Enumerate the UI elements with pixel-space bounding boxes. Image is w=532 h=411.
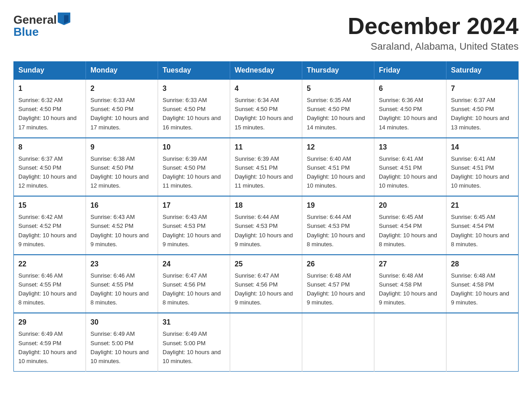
day-number: 21	[451, 200, 514, 211]
day-number: 3	[163, 83, 225, 94]
calendar-cell: 24 Sunrise: 6:47 AMSunset: 4:56 PMDaylig…	[158, 255, 230, 313]
calendar-cell	[302, 313, 374, 371]
weekday-header-row: SundayMondayTuesdayWednesdayThursdayFrid…	[14, 62, 519, 80]
day-info: Sunrise: 6:33 AMSunset: 4:50 PMDaylight:…	[90, 97, 149, 130]
calendar-cell: 10 Sunrise: 6:39 AMSunset: 4:50 PMDaylig…	[158, 138, 230, 197]
calendar-cell: 14 Sunrise: 6:41 AMSunset: 4:51 PMDaylig…	[446, 138, 519, 197]
day-number: 6	[379, 83, 442, 94]
day-info: Sunrise: 6:35 AMSunset: 4:50 PMDaylight:…	[307, 97, 365, 130]
day-info: Sunrise: 6:39 AMSunset: 4:51 PMDaylight:…	[235, 155, 293, 189]
day-info: Sunrise: 6:46 AMSunset: 4:55 PMDaylight:…	[18, 272, 77, 306]
day-info: Sunrise: 6:37 AMSunset: 4:50 PMDaylight:…	[451, 97, 509, 130]
logo: General Blue	[13, 13, 70, 38]
calendar-cell	[230, 313, 302, 371]
day-number: 10	[163, 142, 225, 153]
day-info: Sunrise: 6:48 AMSunset: 4:58 PMDaylight:…	[451, 272, 509, 306]
calendar-cell: 6 Sunrise: 6:36 AMSunset: 4:50 PMDayligh…	[374, 79, 446, 138]
day-number: 11	[235, 142, 297, 153]
calendar-cell: 5 Sunrise: 6:35 AMSunset: 4:50 PMDayligh…	[302, 79, 374, 138]
day-info: Sunrise: 6:41 AMSunset: 4:51 PMDaylight:…	[451, 155, 509, 189]
day-number: 23	[90, 259, 153, 270]
day-number: 9	[90, 142, 153, 153]
day-info: Sunrise: 6:45 AMSunset: 4:54 PMDaylight:…	[451, 214, 509, 247]
day-info: Sunrise: 6:49 AMSunset: 5:00 PMDaylight:…	[163, 330, 221, 364]
calendar-cell: 21 Sunrise: 6:45 AMSunset: 4:54 PMDaylig…	[446, 196, 519, 255]
day-info: Sunrise: 6:39 AMSunset: 4:50 PMDaylight:…	[163, 155, 221, 189]
month-title: December 2024	[348, 13, 519, 39]
day-info: Sunrise: 6:48 AMSunset: 4:58 PMDaylight:…	[379, 272, 437, 306]
day-number: 2	[90, 83, 153, 94]
day-number: 1	[18, 83, 81, 94]
calendar-cell: 4 Sunrise: 6:34 AMSunset: 4:50 PMDayligh…	[230, 79, 302, 138]
calendar-cell	[374, 313, 446, 371]
day-number: 7	[451, 83, 514, 94]
day-info: Sunrise: 6:32 AMSunset: 4:50 PMDaylight:…	[18, 97, 77, 130]
location-text: Saraland, Alabama, United States	[348, 41, 519, 52]
weekday-header-thursday: Thursday	[302, 62, 374, 80]
day-info: Sunrise: 6:36 AMSunset: 4:50 PMDaylight:…	[379, 97, 437, 130]
day-number: 22	[18, 259, 81, 270]
logo-icon	[58, 13, 70, 25]
calendar-week-row: 22 Sunrise: 6:46 AMSunset: 4:55 PMDaylig…	[14, 255, 519, 313]
day-info: Sunrise: 6:42 AMSunset: 4:52 PMDaylight:…	[18, 214, 77, 247]
day-info: Sunrise: 6:44 AMSunset: 4:53 PMDaylight:…	[307, 214, 365, 247]
day-info: Sunrise: 6:43 AMSunset: 4:53 PMDaylight:…	[163, 214, 221, 247]
weekday-header-tuesday: Tuesday	[158, 62, 230, 80]
day-info: Sunrise: 6:49 AMSunset: 5:00 PMDaylight:…	[90, 330, 149, 364]
day-info: Sunrise: 6:40 AMSunset: 4:51 PMDaylight:…	[307, 155, 365, 189]
calendar-week-row: 8 Sunrise: 6:37 AMSunset: 4:50 PMDayligh…	[14, 138, 519, 197]
weekday-header-saturday: Saturday	[446, 62, 519, 80]
day-info: Sunrise: 6:44 AMSunset: 4:53 PMDaylight:…	[235, 214, 293, 247]
day-info: Sunrise: 6:47 AMSunset: 4:56 PMDaylight:…	[235, 272, 293, 306]
title-block: December 2024 Saraland, Alabama, United …	[348, 13, 519, 52]
day-number: 14	[451, 142, 514, 153]
calendar-cell: 28 Sunrise: 6:48 AMSunset: 4:58 PMDaylig…	[446, 255, 519, 313]
day-number: 19	[307, 200, 369, 211]
calendar-cell: 29 Sunrise: 6:49 AMSunset: 4:59 PMDaylig…	[14, 313, 86, 371]
page-header: General Blue December 2024 Saraland, Ala…	[13, 13, 519, 52]
day-number: 4	[235, 83, 297, 94]
calendar-cell: 3 Sunrise: 6:33 AMSunset: 4:50 PMDayligh…	[158, 79, 230, 138]
calendar-cell: 7 Sunrise: 6:37 AMSunset: 4:50 PMDayligh…	[446, 79, 519, 138]
calendar-cell: 30 Sunrise: 6:49 AMSunset: 5:00 PMDaylig…	[86, 313, 158, 371]
day-info: Sunrise: 6:34 AMSunset: 4:50 PMDaylight:…	[235, 97, 293, 130]
calendar-cell	[446, 313, 519, 371]
day-info: Sunrise: 6:37 AMSunset: 4:50 PMDaylight:…	[18, 155, 77, 189]
weekday-header-wednesday: Wednesday	[230, 62, 302, 80]
day-number: 24	[163, 259, 225, 270]
day-number: 28	[451, 259, 514, 270]
calendar-cell: 17 Sunrise: 6:43 AMSunset: 4:53 PMDaylig…	[158, 196, 230, 255]
calendar-cell: 1 Sunrise: 6:32 AMSunset: 4:50 PMDayligh…	[14, 79, 86, 138]
day-number: 26	[307, 259, 369, 270]
weekday-header-friday: Friday	[374, 62, 446, 80]
day-info: Sunrise: 6:38 AMSunset: 4:50 PMDaylight:…	[90, 155, 149, 189]
calendar-cell: 19 Sunrise: 6:44 AMSunset: 4:53 PMDaylig…	[302, 196, 374, 255]
calendar-cell: 16 Sunrise: 6:43 AMSunset: 4:52 PMDaylig…	[86, 196, 158, 255]
calendar-cell: 13 Sunrise: 6:41 AMSunset: 4:51 PMDaylig…	[374, 138, 446, 197]
calendar-cell: 11 Sunrise: 6:39 AMSunset: 4:51 PMDaylig…	[230, 138, 302, 197]
day-number: 8	[18, 142, 81, 153]
day-number: 12	[307, 142, 369, 153]
calendar-week-row: 15 Sunrise: 6:42 AMSunset: 4:52 PMDaylig…	[14, 196, 519, 255]
calendar-cell: 20 Sunrise: 6:45 AMSunset: 4:54 PMDaylig…	[374, 196, 446, 255]
weekday-header-monday: Monday	[86, 62, 158, 80]
calendar-cell: 25 Sunrise: 6:47 AMSunset: 4:56 PMDaylig…	[230, 255, 302, 313]
calendar-cell: 31 Sunrise: 6:49 AMSunset: 5:00 PMDaylig…	[158, 313, 230, 371]
day-number: 18	[235, 200, 297, 211]
logo-blue-text: Blue	[13, 26, 70, 39]
calendar-cell: 15 Sunrise: 6:42 AMSunset: 4:52 PMDaylig…	[14, 196, 86, 255]
calendar-cell: 8 Sunrise: 6:37 AMSunset: 4:50 PMDayligh…	[14, 138, 86, 197]
day-number: 16	[90, 200, 153, 211]
calendar-cell: 26 Sunrise: 6:48 AMSunset: 4:57 PMDaylig…	[302, 255, 374, 313]
logo-general-text: General	[13, 13, 57, 26]
day-number: 25	[235, 259, 297, 270]
calendar-cell: 9 Sunrise: 6:38 AMSunset: 4:50 PMDayligh…	[86, 138, 158, 197]
day-info: Sunrise: 6:33 AMSunset: 4:50 PMDaylight:…	[163, 97, 221, 130]
calendar-cell: 18 Sunrise: 6:44 AMSunset: 4:53 PMDaylig…	[230, 196, 302, 255]
calendar-cell: 12 Sunrise: 6:40 AMSunset: 4:51 PMDaylig…	[302, 138, 374, 197]
day-number: 15	[18, 200, 81, 211]
day-info: Sunrise: 6:41 AMSunset: 4:51 PMDaylight:…	[379, 155, 437, 189]
day-number: 27	[379, 259, 442, 270]
weekday-header-sunday: Sunday	[14, 62, 86, 80]
calendar-cell: 27 Sunrise: 6:48 AMSunset: 4:58 PMDaylig…	[374, 255, 446, 313]
